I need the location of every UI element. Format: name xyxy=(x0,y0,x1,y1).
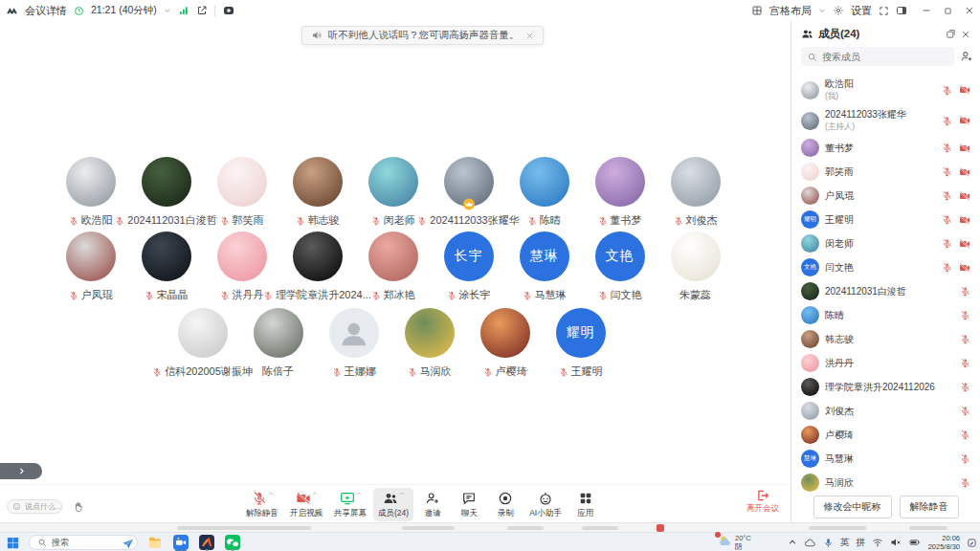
mic-muted-icon[interactable] xyxy=(942,262,952,273)
participant-tile[interactable]: 文艳闫文艳 xyxy=(582,231,657,302)
close-window-button[interactable] xyxy=(965,6,974,15)
participant-tile[interactable]: 慧琳马慧琳 xyxy=(506,231,582,302)
layout-grid-icon[interactable] xyxy=(751,5,763,16)
tray-overflow-icon[interactable] xyxy=(788,538,797,547)
toolbar-mic-off-button[interactable]: 解除静音 xyxy=(241,488,283,521)
volume-muted-icon[interactable] xyxy=(890,537,902,548)
mic-muted-icon[interactable] xyxy=(942,190,952,201)
mic-muted-icon[interactable] xyxy=(942,214,952,225)
member-row[interactable]: 2024112033张耀华(主持人) xyxy=(791,105,980,136)
duration-chevron-icon[interactable] xyxy=(164,7,171,14)
mic-muted-icon[interactable] xyxy=(960,358,970,368)
member-row[interactable]: 户凤琨 xyxy=(791,184,980,208)
add-member-icon[interactable] xyxy=(960,50,973,63)
member-row[interactable]: 刘俊杰 xyxy=(791,399,980,423)
mic-muted-icon[interactable] xyxy=(960,310,970,320)
toolbar-invite-button[interactable]: 邀请 xyxy=(415,488,450,521)
participant-tile[interactable]: 马润欣 xyxy=(391,308,467,379)
toolbar-record-button[interactable]: 录制 xyxy=(488,488,523,521)
chat-expand-flag[interactable] xyxy=(0,463,42,479)
wechat-app[interactable] xyxy=(224,534,241,551)
participant-tile[interactable]: 韩志骏 xyxy=(279,157,355,228)
participant-tile[interactable]: 卢樱琦 xyxy=(467,308,543,379)
mic-muted-icon[interactable] xyxy=(960,430,970,440)
network-signal-icon[interactable] xyxy=(178,5,189,16)
chevron-up-icon[interactable] xyxy=(399,491,405,496)
member-row[interactable]: 慧琳马慧琳 xyxy=(791,447,980,471)
camera-off-icon[interactable] xyxy=(959,166,970,178)
side-panel-toggle-icon[interactable] xyxy=(896,5,907,16)
tray-mic-icon[interactable] xyxy=(823,538,834,548)
toolbar-members-button[interactable]: 成员(24) xyxy=(373,488,413,521)
toolbar-camera-off-button[interactable]: 开启视频 xyxy=(285,488,327,521)
mic-muted-icon[interactable] xyxy=(960,477,970,488)
mic-muted-icon[interactable] xyxy=(960,382,970,392)
minimize-button[interactable] xyxy=(922,6,931,15)
file-explorer-app[interactable] xyxy=(146,534,164,551)
participant-tile[interactable]: 理学院章洪升2024... xyxy=(279,231,355,302)
rename-button[interactable]: 修改会中昵称 xyxy=(813,496,892,518)
mic-muted-icon[interactable] xyxy=(960,406,970,416)
camera-off-icon[interactable] xyxy=(959,214,970,226)
member-row[interactable]: 马润欣 xyxy=(791,471,980,492)
participant-tile[interactable]: 董书梦 xyxy=(582,157,657,228)
member-row[interactable]: 耀明王耀明 xyxy=(791,208,980,231)
toolbar-screen-share-button[interactable]: 共享屏幕 xyxy=(329,488,371,521)
mic-muted-icon[interactable] xyxy=(960,453,970,464)
chevron-up-icon[interactable] xyxy=(268,491,274,496)
participant-tile[interactable]: 陈倍子 xyxy=(240,308,316,379)
emoji-icon[interactable] xyxy=(12,502,21,511)
member-row[interactable]: 闵老师 xyxy=(791,231,980,255)
mic-muted-icon[interactable] xyxy=(942,143,952,153)
toast-close-icon[interactable] xyxy=(525,32,534,40)
member-row[interactable]: 郭笑雨 xyxy=(791,160,980,184)
share-window-icon[interactable] xyxy=(196,5,208,16)
ime-pinyin-indicator[interactable]: 拼 xyxy=(856,537,865,549)
gear-icon[interactable] xyxy=(833,5,844,16)
start-button[interactable] xyxy=(6,536,20,550)
participant-tile[interactable]: 2024112033张耀华 xyxy=(431,157,506,228)
member-row[interactable]: 洪丹丹 xyxy=(791,351,980,375)
meeting-app[interactable] xyxy=(172,534,189,551)
participant-tile[interactable]: 宋晶晶 xyxy=(128,231,204,302)
toolbar-apps-button[interactable]: 应用 xyxy=(568,488,603,521)
camera-off-icon[interactable] xyxy=(959,143,970,154)
camera-off-icon[interactable] xyxy=(959,238,970,250)
participant-tile[interactable]: 郑冰艳 xyxy=(355,231,431,302)
chevron-up-icon[interactable] xyxy=(312,491,318,496)
member-row[interactable]: 韩志骏 xyxy=(791,327,980,351)
participant-tile[interactable]: 耀明王耀明 xyxy=(543,308,618,379)
toolbar-chat-button[interactable]: 聊天 xyxy=(452,488,486,521)
fullscreen-icon[interactable] xyxy=(879,6,889,16)
meeting-details-link[interactable]: 会议详情 xyxy=(25,4,67,18)
taskbar-weather[interactable]: 20°C 阴 xyxy=(718,534,751,551)
unmute-button[interactable]: 解除静音 xyxy=(900,496,959,518)
popout-panel-icon[interactable] xyxy=(946,29,956,39)
maximize-button[interactable] xyxy=(944,7,952,15)
search-members-input[interactable] xyxy=(801,47,954,66)
onedrive-icon[interactable] xyxy=(804,537,816,549)
reaction-button[interactable] xyxy=(70,499,87,514)
member-row[interactable]: 董书梦 xyxy=(791,136,980,160)
member-row[interactable]: 文艳闫文艳 xyxy=(791,255,980,279)
participant-tile[interactable]: 王娜娜 xyxy=(316,308,391,379)
participant-tile[interactable]: 郭笑雨 xyxy=(204,157,279,228)
mic-muted-icon[interactable] xyxy=(960,286,970,297)
participant-tile[interactable]: 2024112031白浚哲 xyxy=(128,157,204,228)
toolbar-ai-button[interactable]: AI小助手 xyxy=(524,488,567,521)
participant-tile[interactable]: 朱蒙蕊 xyxy=(657,231,733,302)
layout-chevron-icon[interactable] xyxy=(818,7,826,14)
member-row[interactable]: 理学院章洪升2024112026 xyxy=(791,375,980,399)
mic-muted-icon[interactable] xyxy=(942,85,952,96)
participant-tile[interactable]: 陈晴 xyxy=(506,157,582,228)
close-panel-icon[interactable] xyxy=(961,30,970,39)
matlab-app[interactable] xyxy=(198,534,215,551)
wifi-icon[interactable] xyxy=(872,537,883,548)
member-row[interactable]: 欧浩阳(我) xyxy=(791,75,980,105)
participant-tile[interactable]: 长宇涂长宇 xyxy=(431,231,506,302)
taskbar-search[interactable]: 搜索 xyxy=(29,535,138,550)
ime-lang-indicator[interactable]: 英 xyxy=(840,537,850,549)
layout-switch-button[interactable]: 宫格布局 xyxy=(769,4,812,18)
camera-off-icon[interactable] xyxy=(959,262,970,274)
participant-tile[interactable]: 刘俊杰 xyxy=(657,157,733,228)
